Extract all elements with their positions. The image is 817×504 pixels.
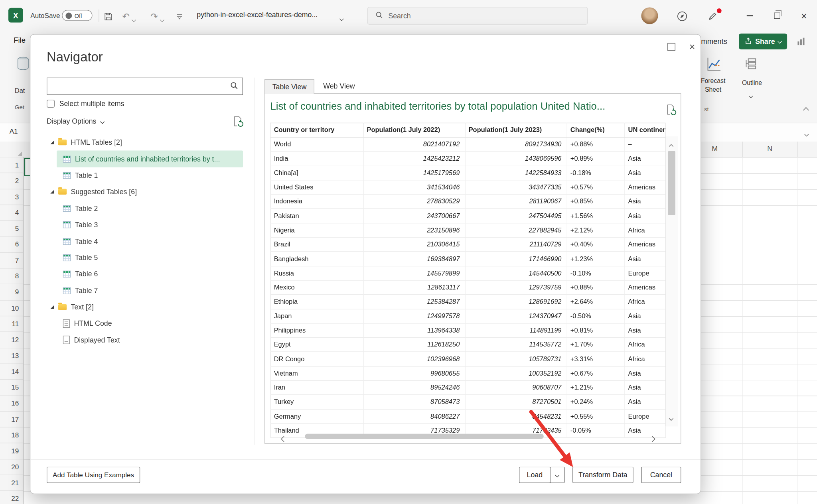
continent-cell: Asia — [625, 166, 666, 180]
get-data-icon[interactable] — [16, 55, 30, 75]
table-row: Iran8952424690608707+1.21%Asia — [270, 380, 665, 395]
user-avatar[interactable] — [641, 7, 658, 24]
outline-dropdown-icon[interactable] — [749, 90, 752, 100]
share-button[interactable]: Share — [739, 33, 787, 49]
compass-icon[interactable] — [676, 11, 689, 22]
row-header[interactable]: 4 — [0, 205, 23, 221]
restore-button[interactable] — [764, 0, 790, 32]
row-header[interactable]: 3 — [0, 189, 23, 205]
save-button[interactable] — [103, 11, 113, 22]
name-box[interactable]: A1 — [10, 128, 18, 136]
expand-triangle-icon[interactable] — [50, 190, 54, 194]
tree-item[interactable]: Table 3 — [57, 217, 243, 233]
row-header[interactable]: 12 — [0, 332, 23, 348]
redo-button[interactable]: ↷ — [149, 11, 160, 22]
dialog-maximize-button[interactable] — [663, 39, 679, 54]
vertical-scrollbar[interactable] — [665, 136, 678, 426]
load-dropdown-button[interactable] — [550, 467, 565, 483]
tree-item[interactable]: List of countries and inhabited territor… — [57, 151, 243, 167]
share-dropdown-icon[interactable] — [778, 39, 782, 43]
title-dropdown-icon[interactable] — [340, 13, 343, 23]
redo-dropdown-icon[interactable] — [161, 14, 164, 24]
display-options-button[interactable]: Display Options — [47, 118, 104, 126]
row-header[interactable]: 7 — [0, 253, 23, 269]
country-cell: Philippines — [270, 323, 363, 338]
select-all-corner[interactable] — [17, 152, 22, 156]
select-multiple-checkbox[interactable] — [47, 100, 55, 108]
add-table-examples-button[interactable]: Add Table Using Examples — [47, 467, 140, 483]
country-cell: China[a] — [270, 166, 363, 180]
tree-item[interactable]: Table 6 — [57, 266, 243, 282]
row-header[interactable]: 14 — [0, 364, 23, 380]
row-header[interactable]: 2 — [0, 173, 23, 189]
navigator-search-box[interactable] — [47, 78, 243, 95]
forecast-sheet-icon[interactable] — [705, 55, 722, 74]
formula-bar-expand-icon[interactable] — [805, 128, 808, 138]
select-multiple-row[interactable]: Select multiple items — [47, 100, 124, 108]
row-header[interactable]: 13 — [0, 348, 23, 364]
tab-web-view[interactable]: Web View — [323, 83, 355, 91]
row-header[interactable]: 22 — [0, 491, 23, 504]
row-header[interactable]: 20 — [0, 459, 23, 475]
quick-access-customize-icon[interactable] — [174, 11, 185, 22]
row-header[interactable]: 17 — [0, 411, 23, 427]
table-icon — [63, 254, 71, 261]
expand-triangle-icon[interactable] — [50, 141, 54, 144]
scroll-up-icon[interactable] — [669, 141, 673, 150]
row-header[interactable]: 8 — [0, 269, 23, 285]
scroll-left-icon[interactable] — [282, 434, 286, 443]
horizontal-scrollbar[interactable] — [278, 431, 669, 441]
row-header[interactable]: 18 — [0, 427, 23, 443]
row-header[interactable]: 11 — [0, 316, 23, 332]
undo-dropdown-icon[interactable] — [132, 14, 135, 24]
tree-item[interactable]: HTML Code — [57, 315, 243, 332]
tree-folder[interactable]: Suggested Tables [6] — [36, 184, 252, 200]
column-header-n[interactable]: N — [742, 145, 797, 153]
tree-item[interactable]: Table 4 — [57, 233, 243, 249]
refresh-preview-button[interactable] — [231, 114, 245, 128]
tree-item[interactable]: Table 1 — [57, 167, 243, 183]
scroll-right-icon[interactable] — [650, 434, 655, 443]
tree-folder[interactable]: Text [2] — [36, 299, 252, 315]
row-header[interactable]: 16 — [0, 396, 23, 411]
outline-icon[interactable] — [744, 57, 758, 72]
document-title[interactable]: python-in-excel-excel-features-demo... — [197, 11, 318, 19]
row-header[interactable]: 15 — [0, 380, 23, 396]
row-header[interactable]: 5 — [0, 221, 23, 237]
outline-label[interactable]: Outline — [738, 79, 766, 88]
minimize-button[interactable] — [737, 0, 763, 32]
chart-icon[interactable] — [797, 37, 806, 48]
row-header[interactable]: 6 — [0, 237, 23, 253]
close-button[interactable]: × — [791, 0, 817, 32]
row-header[interactable]: 21 — [0, 475, 23, 491]
transform-data-button[interactable]: Transform Data — [572, 467, 633, 483]
row-header[interactable]: 1 — [0, 158, 23, 173]
load-button[interactable]: Load — [519, 467, 551, 483]
tree-folder[interactable]: HTML Tables [2] — [36, 134, 252, 151]
autosave-toggle[interactable]: Off — [62, 10, 92, 21]
row-header[interactable]: 10 — [0, 300, 23, 316]
scroll-down-icon[interactable] — [669, 413, 673, 422]
tree-item[interactable]: Displayed Text — [57, 332, 243, 348]
scrollbar-thumb[interactable] — [668, 151, 675, 215]
pen-icon[interactable] — [707, 11, 718, 22]
tab-table-view[interactable]: Table View — [264, 79, 314, 94]
file-tab[interactable]: File — [14, 35, 26, 44]
tree-item[interactable]: Table 7 — [57, 282, 243, 299]
tree-item[interactable]: Table 2 — [57, 200, 243, 217]
cancel-button[interactable]: Cancel — [641, 467, 681, 483]
dialog-close-button[interactable]: × — [684, 39, 700, 54]
row-header[interactable]: 9 — [0, 284, 23, 300]
row-header[interactable]: 19 — [0, 443, 23, 459]
navigator-search-input[interactable] — [47, 83, 230, 91]
ribbon-collapse-icon[interactable] — [804, 105, 808, 114]
undo-button[interactable]: ↶ — [121, 11, 131, 22]
search-box[interactable]: Search — [367, 7, 588, 25]
scrollbar-thumb[interactable] — [305, 434, 544, 439]
table-row: Bangladesh169384897171466990+1.23%Asia — [270, 252, 665, 266]
preview-refresh-icon[interactable] — [665, 103, 677, 118]
continent-cell: Americas — [625, 180, 666, 195]
tree-item[interactable]: Table 5 — [57, 250, 243, 266]
expand-triangle-icon[interactable] — [50, 305, 54, 309]
comments-button-fragment[interactable]: mments — [701, 37, 727, 45]
